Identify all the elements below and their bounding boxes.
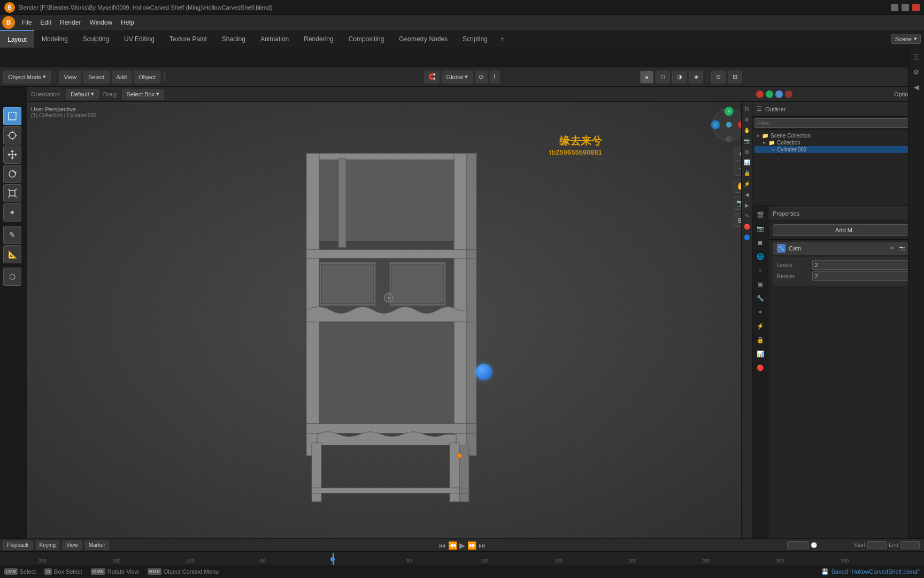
viewport-tool-8[interactable]: ⚡: [742, 179, 752, 188]
tab-layout[interactable]: Layout: [0, 30, 34, 48]
levels-label: Levels: [777, 262, 809, 268]
material-props-btn[interactable]: 🔴: [754, 361, 767, 374]
outliner-scene-collection[interactable]: ▶ 📁 Scene Collection: [754, 132, 922, 139]
menu-window[interactable]: Window: [85, 18, 117, 27]
overlay-btn[interactable]: ⊙: [711, 71, 726, 83]
scene-selector[interactable]: Scene ▾: [891, 34, 921, 44]
primitive-add-btn[interactable]: ⬡: [3, 268, 21, 286]
transform-snap-btn[interactable]: 🧲: [425, 71, 440, 83]
object-menu[interactable]: Object: [134, 71, 160, 83]
select-tool-btn[interactable]: [3, 107, 21, 125]
viewport-tool-4[interactable]: 📷: [742, 136, 752, 146]
scale-tool-btn[interactable]: [3, 184, 21, 202]
side-panel-toggle[interactable]: ◀: [910, 80, 923, 94]
menu-help[interactable]: Help: [117, 18, 138, 27]
timeline-view-menu[interactable]: View: [63, 541, 82, 550]
data-props-btn[interactable]: 📊: [754, 347, 767, 360]
tab-texture-paint[interactable]: Texture Paint: [162, 30, 214, 48]
playback-menu[interactable]: Playback: [3, 541, 33, 550]
tab-rendering[interactable]: Rendering: [296, 30, 341, 48]
xray-btn[interactable]: ⊟: [728, 71, 742, 83]
minimize-btn[interactable]: [891, 4, 898, 11]
tab-modeling[interactable]: Modeling: [34, 30, 75, 48]
jump-end-btn[interactable]: ⏭: [479, 541, 486, 550]
add-modifier-btn[interactable]: Add M...: [773, 224, 920, 236]
render-input[interactable]: [812, 271, 915, 281]
proportional-edit-btn[interactable]: ⊙: [475, 71, 487, 83]
modifier-toggle-realtime[interactable]: 👁: [888, 244, 896, 253]
play-btn[interactable]: ▶: [459, 541, 465, 550]
transform-space-selector[interactable]: Global ▾: [442, 71, 473, 83]
viewport-tool-1[interactable]: N: [742, 104, 752, 113]
tab-uv-editing[interactable]: UV Editing: [117, 30, 162, 48]
physics-props-btn[interactable]: ⚡: [754, 320, 767, 332]
viewport-shade-material[interactable]: ◑: [672, 71, 687, 83]
tab-scripting[interactable]: Scripting: [455, 30, 495, 48]
main-viewport[interactable]: User Perspective (1) Collection | Cylind…: [27, 102, 752, 538]
close-btn[interactable]: [912, 4, 920, 11]
outliner-cylinder-item[interactable]: ○ Cylinder.002: [754, 146, 922, 153]
viewport-tool-5[interactable]: ⊞: [742, 147, 752, 156]
menu-edit[interactable]: Edit: [36, 18, 56, 27]
maximize-btn[interactable]: [902, 4, 909, 11]
annotate-tool-btn[interactable]: ✎: [3, 226, 21, 244]
world-props-btn[interactable]: ○: [754, 264, 767, 277]
view-layer-props-btn[interactable]: ◼: [754, 236, 767, 249]
mode-selector[interactable]: Object Mode ▾: [3, 71, 51, 83]
end-frame-input[interactable]: 250: [900, 541, 920, 549]
move-tool-btn[interactable]: [3, 146, 21, 164]
timeline-track[interactable]: -200 -150 -100 -50 1 50 100 150 200 250 …: [0, 552, 924, 566]
rotate-tool-btn[interactable]: [3, 165, 21, 183]
viewport-tool-13[interactable]: 🔵: [742, 232, 752, 242]
keying-menu[interactable]: Keying: [36, 541, 60, 550]
viewport-shade-wire[interactable]: ◻: [656, 71, 670, 83]
orientation-selector[interactable]: Default ▾: [66, 89, 99, 100]
outliner-type-btn[interactable]: ☰: [910, 50, 923, 64]
viewport-tool-7[interactable]: 🔒: [742, 168, 752, 178]
viewport-tool-3[interactable]: ✋: [742, 125, 752, 135]
modifier-toggle-render[interactable]: 📷: [897, 244, 906, 253]
transform-tool-btn[interactable]: ✦: [3, 203, 21, 222]
cursor-tool-btn[interactable]: [3, 126, 21, 144]
constraints-props-btn[interactable]: 🔒: [754, 333, 767, 346]
drag-selector[interactable]: Select Box ▾: [122, 89, 165, 100]
marker-menu[interactable]: Marker: [85, 541, 109, 550]
render-props-btn[interactable]: 🎬: [754, 208, 767, 221]
add-menu[interactable]: Add: [112, 71, 132, 83]
jump-start-btn[interactable]: ⏮: [438, 541, 446, 550]
tab-compositing[interactable]: Compositing: [341, 30, 392, 48]
particles-props-btn[interactable]: ✦: [754, 306, 767, 318]
modifier-props-btn[interactable]: 🔧: [754, 292, 767, 305]
tab-geometry-nodes[interactable]: Geometry Nodes: [391, 30, 455, 48]
viewport-tool-6[interactable]: 📊: [742, 157, 752, 167]
viewport-tool-12[interactable]: 🔴: [742, 222, 752, 231]
step-forward-btn[interactable]: ⏩: [467, 541, 476, 550]
scene-props-btn[interactable]: 🌐: [754, 250, 767, 263]
view-menu[interactable]: View: [59, 71, 81, 83]
viewport-shade-render[interactable]: ◈: [689, 71, 703, 83]
outliner-search-input[interactable]: [754, 118, 922, 128]
object-props-btn[interactable]: ▣: [754, 278, 767, 291]
viewport-tool-11[interactable]: ✎: [742, 211, 752, 220]
outliner-collection[interactable]: ▶ 📁 Collection: [754, 139, 922, 146]
current-frame-input[interactable]: 1: [787, 541, 808, 549]
menu-render[interactable]: Render: [56, 18, 85, 27]
properties-type-btn[interactable]: ⚙: [910, 65, 923, 79]
step-back-btn[interactable]: ⏪: [448, 541, 457, 550]
start-frame-input[interactable]: 1: [867, 541, 887, 549]
tab-animation[interactable]: Animation: [253, 30, 296, 48]
tab-sculpting[interactable]: Sculpting: [75, 30, 117, 48]
viewport-shade-solid[interactable]: ●: [640, 71, 653, 83]
viewport-tool-10[interactable]: ▶: [742, 200, 752, 210]
menu-file[interactable]: File: [17, 18, 36, 27]
catmull-clark-modifier[interactable]: 🔧 Catn 👁 📷 ▾: [773, 242, 920, 255]
tab-shading[interactable]: Shading: [214, 30, 253, 48]
select-menu[interactable]: Select: [83, 71, 110, 83]
add-workspace-btn[interactable]: +: [495, 32, 510, 46]
measure-tool-btn[interactable]: 📐: [3, 245, 21, 263]
levels-input[interactable]: [812, 260, 915, 270]
output-props-btn[interactable]: 📷: [754, 222, 767, 235]
viewport-tool-9[interactable]: ◀: [742, 189, 752, 199]
viewport-tool-2[interactable]: ⚙: [742, 115, 752, 124]
snap-btn[interactable]: ⌇: [489, 71, 499, 83]
